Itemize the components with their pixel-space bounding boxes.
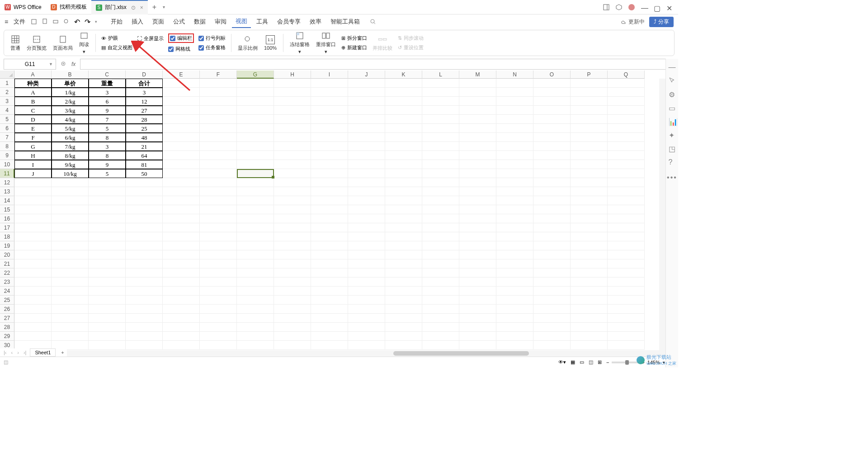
cell[interactable] <box>385 196 422 205</box>
cell[interactable] <box>571 88 608 97</box>
cell[interactable] <box>274 133 311 142</box>
cell[interactable] <box>385 268 422 277</box>
cell[interactable] <box>14 232 52 241</box>
cell[interactable] <box>533 268 571 277</box>
cell[interactable] <box>52 196 89 205</box>
row-header[interactable]: 22 <box>0 268 14 277</box>
cell[interactable] <box>311 241 348 250</box>
cell[interactable]: 4/kg <box>52 115 89 124</box>
cell[interactable] <box>496 160 533 169</box>
cell[interactable]: 1/kg <box>52 88 89 97</box>
col-header[interactable]: H <box>274 70 311 79</box>
cell[interactable] <box>163 314 200 323</box>
side-backup-icon[interactable]: ◳ <box>669 145 676 152</box>
cell[interactable] <box>163 232 200 241</box>
cell[interactable] <box>163 341 200 350</box>
cell[interactable] <box>274 250 311 259</box>
cell[interactable]: 81 <box>126 160 163 169</box>
cell[interactable] <box>126 187 163 196</box>
cell[interactable] <box>126 223 163 232</box>
cell[interactable]: E <box>14 124 52 133</box>
cell[interactable] <box>385 341 422 350</box>
cell[interactable] <box>274 214 311 223</box>
cell[interactable] <box>459 214 496 223</box>
cell[interactable] <box>311 223 348 232</box>
copy-icon[interactable] <box>42 19 48 25</box>
cell[interactable] <box>459 259 496 268</box>
row-header[interactable]: 12 <box>0 178 14 187</box>
row-header[interactable]: 17 <box>0 223 14 232</box>
ribbon-freeze[interactable]: 冻结窗格▾ <box>287 30 312 56</box>
col-header[interactable]: A <box>14 70 52 79</box>
cell[interactable] <box>385 332 422 341</box>
cell[interactable] <box>237 97 274 106</box>
cell[interactable] <box>422 268 459 277</box>
cell[interactable] <box>52 305 89 314</box>
cell[interactable] <box>385 241 422 250</box>
cube-icon[interactable] <box>616 4 622 10</box>
cell[interactable] <box>496 268 533 277</box>
cell[interactable] <box>533 142 571 151</box>
cell[interactable] <box>52 268 89 277</box>
cell[interactable] <box>200 296 237 305</box>
cell[interactable] <box>496 341 533 350</box>
cell[interactable] <box>533 214 571 223</box>
row-header[interactable]: 16 <box>0 214 14 223</box>
cell[interactable] <box>608 169 645 178</box>
cell[interactable] <box>608 232 645 241</box>
cell[interactable] <box>385 214 422 223</box>
cell[interactable] <box>608 296 645 305</box>
cell[interactable] <box>52 241 89 250</box>
check-task-pane[interactable]: 任务窗格 <box>198 44 226 51</box>
file-menu[interactable]: 文件 <box>10 16 29 28</box>
cell[interactable] <box>200 88 237 97</box>
cell[interactable] <box>385 178 422 187</box>
cell[interactable] <box>163 296 200 305</box>
cell[interactable] <box>348 106 385 115</box>
fx-label[interactable]: fx <box>71 61 75 67</box>
cell[interactable] <box>348 79 385 88</box>
cell[interactable] <box>348 287 385 296</box>
cell[interactable] <box>608 250 645 259</box>
cell[interactable] <box>459 142 496 151</box>
cell[interactable] <box>608 214 645 223</box>
cell[interactable] <box>348 250 385 259</box>
cell[interactable] <box>237 223 274 232</box>
cell[interactable] <box>200 259 237 268</box>
cell[interactable] <box>459 79 496 88</box>
cell[interactable] <box>200 124 237 133</box>
cell[interactable] <box>163 169 200 178</box>
cell[interactable] <box>274 115 311 124</box>
cell[interactable] <box>274 196 311 205</box>
maximize-icon[interactable]: ▢ <box>654 4 660 10</box>
cell[interactable] <box>422 341 459 350</box>
cell[interactable] <box>533 296 571 305</box>
cell[interactable] <box>89 323 126 332</box>
cell[interactable] <box>14 196 52 205</box>
cell[interactable] <box>89 205 126 214</box>
cell[interactable] <box>608 178 645 187</box>
cell[interactable] <box>89 296 126 305</box>
cell[interactable] <box>571 296 608 305</box>
cell[interactable] <box>200 205 237 214</box>
status-grid-icon[interactable]: ▦ <box>571 359 575 365</box>
cell[interactable] <box>459 187 496 196</box>
cell[interactable]: 12 <box>126 97 163 106</box>
cell[interactable] <box>311 205 348 214</box>
row-header[interactable]: 10 <box>0 160 14 169</box>
cell[interactable] <box>459 133 496 142</box>
cell[interactable]: 合计 <box>126 79 163 88</box>
close-icon[interactable]: ✕ <box>666 4 673 10</box>
cell[interactable]: 9 <box>89 106 126 115</box>
ribbon-custom-view[interactable]: ▤自定义视图 <box>101 44 132 51</box>
sheet-nav-prev[interactable]: ‹ <box>10 350 14 355</box>
cell[interactable] <box>348 88 385 97</box>
cell[interactable] <box>237 133 274 142</box>
cell[interactable] <box>200 151 237 160</box>
cell[interactable] <box>200 305 237 314</box>
cell[interactable] <box>422 106 459 115</box>
cell[interactable] <box>126 178 163 187</box>
col-header[interactable]: O <box>533 70 571 79</box>
cell[interactable] <box>163 277 200 287</box>
cell[interactable] <box>52 323 89 332</box>
